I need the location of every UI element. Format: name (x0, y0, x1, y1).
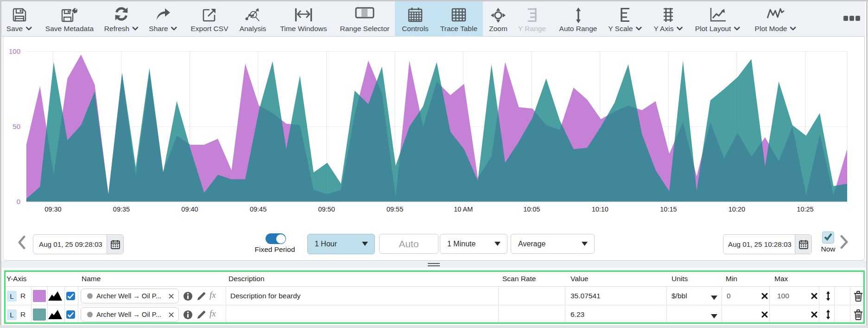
svg-text:09:45: 09:45 (250, 206, 266, 213)
svg-text:10:15: 10:15 (660, 206, 677, 213)
svg-text:10:10: 10:10 (592, 206, 608, 213)
svg-text:09:50: 09:50 (318, 206, 335, 213)
svg-text:09:40: 09:40 (181, 206, 198, 213)
svg-text:100: 100 (9, 47, 20, 55)
svg-text:0: 0 (17, 198, 20, 206)
svg-text:10:25: 10:25 (797, 206, 813, 213)
svg-text:10 AM: 10 AM (454, 206, 473, 213)
svg-text:09:35: 09:35 (113, 206, 130, 213)
svg-text:50: 50 (13, 122, 20, 130)
svg-text:10:20: 10:20 (729, 206, 745, 213)
svg-text:10:05: 10:05 (523, 206, 540, 213)
svg-text:09:55: 09:55 (386, 206, 403, 213)
svg-text:09:30: 09:30 (44, 206, 61, 213)
